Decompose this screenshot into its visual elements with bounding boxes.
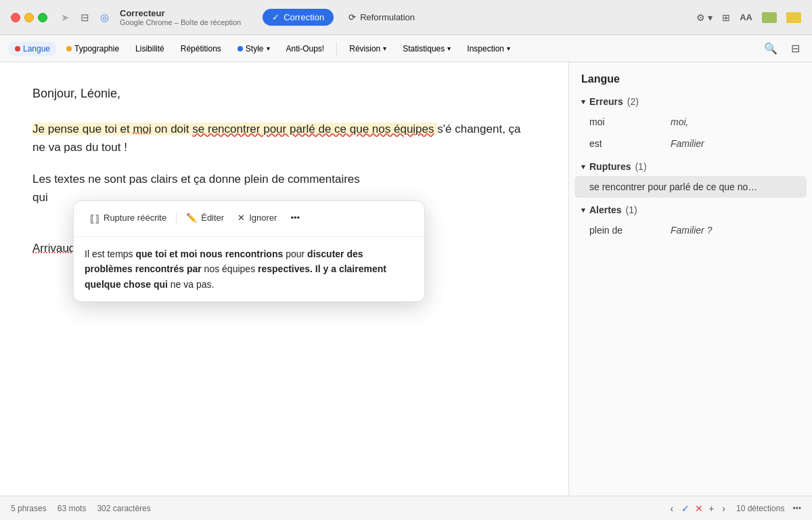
rupture-label: Rupture réécrite: [104, 211, 166, 225]
send-icon[interactable]: ➤: [61, 12, 70, 24]
layout2-icon[interactable]: [786, 12, 801, 23]
toolbar-divider: [336, 42, 337, 56]
share-icon[interactable]: ⊞: [722, 12, 730, 23]
erreurs-header[interactable]: ▾ Erreurs (2): [569, 92, 812, 111]
search-icon[interactable]: 🔍: [760, 41, 782, 56]
sidebar-section-erreurs: ▾ Erreurs (2) moi moi, est Familier: [569, 92, 812, 154]
popup-suggestion: Il est temps que toi et moi nous rencont…: [74, 237, 424, 301]
suggestion-part2: que toi et moi nous rencontrions: [135, 248, 283, 259]
rupture-icon: ⟦⟧: [90, 211, 99, 226]
rupture-row-1[interactable]: se rencontrer pour parlé de ce que no…: [574, 176, 807, 198]
erreur-1-original: moi: [589, 116, 671, 127]
traffic-lights: [11, 13, 47, 22]
typographie-dot: [66, 46, 72, 51]
ignore-icon: ✕: [238, 211, 245, 225]
erreurs-chevron: ▾: [581, 98, 585, 106]
detections-count: 10 détections: [736, 504, 784, 513]
suggestion-part3: pour: [283, 248, 307, 259]
inspection-label: Inspection: [467, 44, 504, 53]
edit-icon: ✏️: [186, 211, 197, 225]
prev-arrow[interactable]: ‹: [667, 502, 676, 515]
toolbar-statistiques[interactable]: Statistiques ▾: [396, 41, 457, 56]
sidebar-section-alertes: ▾ Alertes (1) plein de Familier ?: [569, 200, 812, 241]
suggestion-part7: ne va pas.: [168, 279, 215, 290]
alerte-row-1[interactable]: plein de Familier ?: [569, 219, 812, 241]
toolbar-lisibilite[interactable]: Lisibilité: [129, 41, 171, 56]
toolbar: Langue Typographie Lisibilité Répétition…: [0, 35, 812, 62]
nav-pills: ✓ Correction ⟳ Reformulation: [263, 9, 424, 26]
ignorer-button[interactable]: ✕ Ignorer: [231, 208, 284, 229]
p1-moi: moi: [133, 123, 151, 135]
alertes-label: Alertes: [589, 204, 621, 215]
minimize-button[interactable]: [24, 13, 34, 22]
sidebar-section-ruptures: ▾ Ruptures (1) se rencontrer pour parlé …: [569, 157, 812, 198]
sidebar-title: Langue: [569, 73, 812, 92]
ruptures-chevron: ▾: [581, 162, 585, 171]
erreur-row-2[interactable]: est Familier: [569, 133, 812, 154]
ruptures-count: (1): [635, 161, 646, 172]
highlighted-paragraph: Je pense que toi et moi on doit se renco…: [32, 123, 437, 135]
style-dot: [238, 46, 243, 51]
p2-qui: qui: [32, 191, 48, 204]
toolbar-repetitions[interactable]: Répétitions: [174, 41, 228, 56]
add-icon[interactable]: +: [708, 503, 714, 514]
suggestion-part5: nos équipes: [202, 263, 258, 274]
next-arrow[interactable]: ›: [719, 502, 728, 515]
reject-icon[interactable]: ✕: [695, 503, 703, 514]
toolbar-langue[interactable]: Langue: [8, 41, 57, 56]
erreurs-count: (2): [627, 96, 639, 107]
app-name: Correcteur: [120, 8, 241, 18]
accept-icon[interactable]: ✓: [681, 503, 690, 514]
more-button[interactable]: •••: [284, 208, 307, 229]
more-label: •••: [290, 211, 300, 225]
editor-area[interactable]: Bonjour, Léonie, Je pense que toi et moi…: [0, 62, 568, 496]
rupture-reecrite-button[interactable]: ⟦⟧ Rupture réécrite: [83, 208, 173, 230]
correction-label: Correction: [284, 12, 324, 22]
sidebar: Langue ▾ Erreurs (2) moi moi, est Famili…: [568, 62, 812, 496]
font-size-icon[interactable]: AA: [740, 12, 752, 22]
toolbar-revision[interactable]: Révision ▾: [342, 41, 393, 56]
style-chevron: ▾: [267, 45, 270, 52]
alertes-header[interactable]: ▾ Alertes (1): [569, 200, 812, 219]
toolbar-anti-oups[interactable]: Anti-Oups!: [279, 41, 332, 56]
ignore-label: Ignorer: [249, 211, 277, 225]
reformulation-icon: ⟳: [348, 12, 356, 22]
suggestion-popup: ⟦⟧ Rupture réécrite ✏️ Éditer ✕ Ignorer: [73, 200, 425, 303]
mots-count: 63 mots: [58, 504, 87, 513]
revision-chevron: ▾: [383, 45, 386, 52]
popup-toolbar: ⟦⟧ Rupture réécrite ✏️ Éditer ✕ Ignorer: [74, 201, 424, 237]
correction-tab[interactable]: ✓ Correction: [263, 9, 334, 26]
toolbar-typographie[interactable]: Typographie: [60, 41, 126, 56]
inspection-chevron: ▾: [507, 45, 510, 52]
bookmark-icon[interactable]: ⊟: [81, 12, 89, 24]
toolbar-style[interactable]: Style ▾: [231, 41, 277, 56]
alertes-count: (1): [625, 204, 637, 215]
toolbar-inspection[interactable]: Inspection ▾: [460, 41, 517, 56]
suggestion-part1: Il est temps: [85, 248, 135, 259]
statistiques-label: Statistiques: [403, 44, 445, 53]
erreur-row-1[interactable]: moi moi,: [569, 111, 812, 133]
p1-highlighted: se rencontrer pour parlé de ce que nos é…: [192, 123, 434, 135]
alerte-1-original: plein de: [589, 225, 671, 236]
maximize-button[interactable]: [38, 13, 47, 22]
reformulation-tab[interactable]: ⟳ Reformulation: [339, 9, 424, 26]
edit-label: Éditer: [201, 211, 224, 225]
editer-button[interactable]: ✏️ Éditer: [179, 208, 231, 229]
close-button[interactable]: [11, 13, 20, 22]
layout1-icon[interactable]: [762, 12, 777, 23]
phrases-count: 5 phrases: [11, 504, 47, 513]
ruptures-header[interactable]: ▾ Ruptures (1): [569, 157, 812, 176]
paragraph1: Je pense que toi et moi on doit se renco…: [32, 120, 536, 156]
more-options-icon[interactable]: •••: [792, 504, 801, 513]
reformulation-label: Reformulation: [360, 12, 415, 22]
editor-content: Bonjour, Léonie, Je pense que toi et moi…: [32, 84, 536, 257]
rupture-1-original: se rencontrer pour parlé de ce que no…: [589, 181, 757, 192]
alerte-1-correction: Familier ?: [671, 225, 712, 236]
statusbar: 5 phrases 63 mots 302 caractères ‹ ✓ ✕ +…: [0, 496, 812, 520]
ruptures-label: Ruptures: [589, 161, 631, 172]
split-icon[interactable]: ⊟: [787, 41, 804, 56]
langue-label: Langue: [23, 44, 50, 53]
main-layout: Bonjour, Léonie, Je pense que toi et moi…: [0, 62, 812, 496]
filter-icon[interactable]: ⚙ ▾: [696, 12, 713, 23]
app-info: Correcteur Google Chrome – Boîte de réce…: [120, 8, 241, 26]
